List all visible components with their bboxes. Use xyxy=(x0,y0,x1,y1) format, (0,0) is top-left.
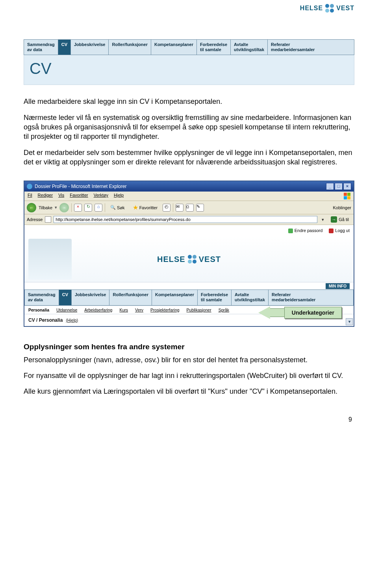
edit-icon[interactable]: ✎ xyxy=(196,204,204,212)
tab-avtalte[interactable]: Avtalte utviklingstiltak xyxy=(232,290,269,305)
menu-hjelp[interactable]: Hjelp xyxy=(114,193,124,199)
subcat-verv[interactable]: Verv xyxy=(135,308,143,312)
ie-app-icon xyxy=(27,184,32,189)
history-icon[interactable]: ◴ xyxy=(163,204,170,212)
logout-icon xyxy=(329,229,334,233)
favorites-label: Favoritter xyxy=(139,205,158,210)
callout-pointer: Underkategorier xyxy=(258,306,342,319)
search-icon: 🔍 xyxy=(110,205,116,210)
tab-kompetanseplaner[interactable]: Kompetanseplaner xyxy=(151,40,197,55)
menu-fil[interactable]: Fil xyxy=(28,193,32,199)
heading-box: CV xyxy=(24,55,354,85)
subcat-kurs[interactable]: Kurs xyxy=(119,308,128,312)
print-icon[interactable]: ⎙ xyxy=(186,204,194,212)
tab-jobbeskrivelse[interactable]: Jobbeskrivelse xyxy=(72,290,110,305)
min-info-label: MIN INFO xyxy=(326,283,350,289)
menu-verktøy[interactable]: Verktøy xyxy=(94,193,108,199)
change-password-icon xyxy=(288,229,293,233)
ie-toolbar: ← Tilbake ▾ → × ↻ ⌂ 🔍 Søk ★ Favoritter ◴… xyxy=(24,201,354,214)
banner-logo-left: HELSE xyxy=(157,255,185,264)
banner-logo-right: VEST xyxy=(199,255,221,264)
star-icon: ★ xyxy=(133,204,138,211)
windows-flag-icon xyxy=(344,193,350,199)
site-banner: HELSE VEST xyxy=(24,236,354,282)
search-button[interactable]: 🔍 Søk xyxy=(107,204,128,211)
min-info-tab[interactable]: MIN INFO xyxy=(24,282,354,289)
tab-cv[interactable]: CV xyxy=(59,290,72,305)
go-icon: → xyxy=(331,216,337,223)
tab-forberedelse[interactable]: Forberedelse til samtale xyxy=(198,290,232,305)
tab-avtalte[interactable]: Avtalte utviklingstiltak xyxy=(231,40,268,55)
subcat-arbeidserfaring[interactable]: Arbeidserfaring xyxy=(84,308,112,312)
subcat-personalia[interactable]: Personalia xyxy=(28,308,49,312)
change-password-link[interactable]: Endre passord xyxy=(288,228,323,233)
address-label: Adresse xyxy=(27,217,43,222)
minimize-icon[interactable]: _ xyxy=(326,183,334,190)
ie-screenshot: Dossier ProFile - Microsoft Internet Exp… xyxy=(24,181,354,326)
forward-button-icon[interactable]: → xyxy=(59,203,69,212)
address-input[interactable] xyxy=(54,216,317,223)
callout-arrow-icon xyxy=(258,306,270,319)
logout-link[interactable]: Logg ut xyxy=(329,228,350,233)
scroll-down-icon[interactable]: ▾ xyxy=(346,318,353,325)
tab-roller/funksjoner[interactable]: Roller/funksjoner xyxy=(109,40,151,55)
ie-title-text: Dossier ProFile - Microsoft Internet Exp… xyxy=(35,184,126,189)
section-2-heading: Opplysninger som hentes fra andre system… xyxy=(24,343,354,351)
top-tab-bar: Sammendrag av dataCVJobbeskrivelseRoller… xyxy=(24,39,354,55)
menu-rediger[interactable]: Rediger xyxy=(38,193,53,199)
refresh-icon[interactable]: ↻ xyxy=(84,204,92,212)
ie-menubar: FilRedigerVisFavoritterVerktøyHjelp xyxy=(24,192,354,201)
logo-dots-icon xyxy=(325,4,334,13)
banner-logo-dots-icon xyxy=(188,255,196,264)
tab-forberedelse[interactable]: Forberedelse til samtale xyxy=(197,40,231,55)
koblinger-label[interactable]: Koblinger xyxy=(333,205,351,210)
subcat-prosjekterfaring[interactable]: Prosjekterfaring xyxy=(150,308,180,312)
helse-vest-logo: HELSE VEST xyxy=(300,4,354,13)
tab-jobbeskrivelse[interactable]: Jobbeskrivelse xyxy=(71,40,109,55)
logo-text-right: VEST xyxy=(336,5,354,12)
page-number: 9 xyxy=(24,416,354,423)
address-dropdown-icon[interactable]: ▾ xyxy=(320,217,326,222)
tab-sammendrag[interactable]: Sammendrag av data xyxy=(25,290,59,305)
paragraph-5: For nyansatte vil de opplysninger de har… xyxy=(24,371,354,380)
banner-logo: HELSE VEST xyxy=(157,255,221,264)
banner-people-image xyxy=(28,239,72,280)
ie-titlebar: Dossier ProFile - Microsoft Internet Exp… xyxy=(24,181,354,192)
close-icon[interactable]: × xyxy=(343,183,351,190)
tab-referater[interactable]: Referater medarbeidersamtaler xyxy=(269,290,353,305)
favorites-button[interactable]: ★ Favoritter xyxy=(130,203,160,212)
subcat-språk[interactable]: Språk xyxy=(219,308,229,312)
search-label: Søk xyxy=(117,205,125,210)
paragraph-3: Det er medarbeider selv som bestemmer hv… xyxy=(24,148,354,167)
paragraph-4: Personalopplysninger (navn, adresse, osv… xyxy=(24,355,354,365)
paragraph-6: Alle kurs gjennomført via Læringsportale… xyxy=(24,387,354,396)
subcat-utdannelse[interactable]: Utdannelse xyxy=(56,308,77,312)
menu-favoritter[interactable]: Favoritter xyxy=(70,193,88,199)
inner-tab-bar: Sammendrag av dataCVJobbeskrivelseRoller… xyxy=(24,289,354,305)
maximize-icon[interactable]: □ xyxy=(335,183,343,190)
paragraph-1: Alle medarbeidere skal legge inn sin CV … xyxy=(24,97,354,106)
menu-vis[interactable]: Vis xyxy=(58,193,64,199)
go-button[interactable]: → Gå til xyxy=(328,216,351,223)
mail-icon[interactable]: ✉ xyxy=(176,204,183,212)
subcat-publikasjoner[interactable]: Publikasjoner xyxy=(187,308,211,312)
tab-cv[interactable]: CV xyxy=(58,40,71,55)
logo-text-left: HELSE xyxy=(300,5,323,12)
stop-icon[interactable]: × xyxy=(74,204,82,212)
breadcrumb: CV / Personalia xyxy=(28,317,63,323)
page-icon xyxy=(45,216,51,223)
page-title: CV xyxy=(30,60,348,77)
back-button-label[interactable]: Tilbake xyxy=(39,205,52,210)
callout-label: Underkategorier xyxy=(284,307,342,319)
help-link[interactable]: (Hjelp) xyxy=(66,318,78,323)
tab-roller/funksjoner[interactable]: Roller/funksjoner xyxy=(109,290,152,305)
back-button-icon[interactable]: ← xyxy=(27,203,36,212)
go-label: Gå til xyxy=(339,217,349,222)
tab-kompetanseplaner[interactable]: Kompetanseplaner xyxy=(152,290,198,305)
tab-sammendrag[interactable]: Sammendrag av data xyxy=(24,40,58,55)
paragraph-2: Nærmeste leder vil få en systematisk og … xyxy=(24,113,354,142)
tab-referater[interactable]: Referater medarbeidersamtaler xyxy=(268,40,354,55)
ie-address-bar: Adresse ▾ → Gå til xyxy=(24,214,354,225)
home-icon[interactable]: ⌂ xyxy=(94,204,102,212)
